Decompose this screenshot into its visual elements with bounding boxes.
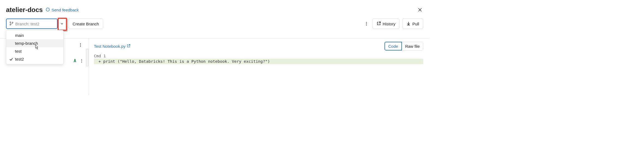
branch-dropdown: main temp-branch test test2 [6, 30, 64, 64]
file-tree-more-button[interactable] [77, 42, 84, 48]
chat-icon [46, 7, 50, 13]
view-toggle: Code Raw file [384, 42, 423, 50]
branch-option-label: temp-branch [15, 41, 38, 46]
branch-option-main[interactable]: main [6, 31, 63, 39]
check-icon [9, 57, 13, 61]
branch-input-wrapper[interactable] [6, 19, 58, 29]
branch-selector [6, 19, 66, 29]
page-title: atelier-docs [6, 6, 43, 14]
branch-dropdown-toggle[interactable] [58, 19, 66, 29]
branch-input[interactable] [15, 22, 55, 26]
send-feedback-link[interactable]: Send feedback [46, 7, 79, 13]
branch-option-label: test [15, 49, 22, 53]
pull-button[interactable]: Pull [402, 19, 423, 29]
svg-point-10 [366, 23, 367, 24]
svg-point-7 [10, 24, 11, 25]
status-badge-added: A [74, 58, 76, 63]
branch-option-test2[interactable]: test2 [6, 55, 63, 63]
file-name-label: Test Notebook.py [94, 44, 126, 49]
pull-label: Pull [412, 22, 419, 26]
svg-point-15 [80, 46, 81, 47]
toggle-raw-file[interactable]: Raw file [402, 42, 423, 50]
branch-option-test[interactable]: test [6, 47, 63, 55]
svg-point-16 [81, 59, 82, 60]
branch-option-label: test2 [15, 57, 24, 61]
command-label: Cmd 1 [94, 53, 423, 59]
send-feedback-label: Send feedback [52, 8, 79, 12]
branch-option-label: main [15, 33, 24, 38]
chevron-down-icon [60, 22, 64, 26]
svg-point-9 [366, 22, 367, 23]
svg-point-6 [10, 22, 11, 23]
svg-point-14 [80, 45, 81, 46]
file-link[interactable]: Test Notebook.py [94, 44, 130, 49]
svg-point-8 [12, 22, 13, 23]
external-link-icon [127, 44, 130, 49]
download-arrow-icon [406, 21, 411, 26]
branch-option-temp-branch[interactable]: temp-branch [6, 39, 63, 47]
svg-point-18 [81, 62, 82, 63]
svg-point-3 [48, 9, 49, 10]
svg-point-13 [80, 43, 81, 44]
create-branch-button[interactable]: Create Branch [68, 19, 103, 29]
svg-point-17 [81, 61, 82, 61]
history-button[interactable]: History [372, 19, 399, 29]
history-label: History [383, 22, 395, 26]
git-branch-icon [9, 21, 14, 26]
svg-point-11 [366, 25, 367, 26]
toggle-code[interactable]: Code [384, 42, 402, 50]
svg-point-2 [47, 9, 48, 10]
diff-line-added: + print ("Hello, Databricks! This is a P… [94, 59, 423, 64]
svg-point-1 [47, 9, 47, 10]
close-button[interactable] [417, 7, 423, 13]
more-menu-button[interactable] [363, 20, 370, 27]
external-link-icon [377, 21, 381, 26]
file-view-pane: Test Notebook.py Code Raw file Cmd 1 + p… [89, 38, 429, 95]
file-row-more-button[interactable] [78, 58, 85, 64]
